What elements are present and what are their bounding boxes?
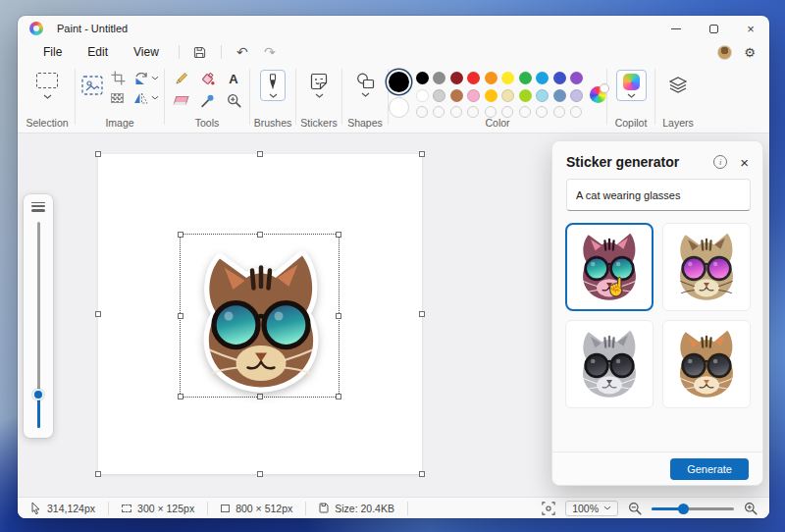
panel-close-icon[interactable]: × <box>740 155 749 170</box>
empty-color-slot[interactable] <box>433 106 445 118</box>
color-swatch[interactable] <box>416 72 429 84</box>
stickers-button[interactable] <box>304 70 334 100</box>
canvas-resize-handle[interactable] <box>419 311 425 317</box>
fill-tool-icon[interactable] <box>200 72 215 86</box>
empty-color-slot[interactable] <box>416 106 428 118</box>
color-swatch[interactable] <box>501 72 514 84</box>
zoom-in-button[interactable] <box>744 502 758 515</box>
color-swatch[interactable] <box>467 72 480 84</box>
selection-handle[interactable] <box>178 232 183 238</box>
sticker-thumbnail-4[interactable] <box>662 320 751 408</box>
pencil-tool-icon[interactable] <box>174 72 188 86</box>
color-swatch[interactable] <box>450 89 463 102</box>
shapes-button[interactable] <box>350 70 381 99</box>
selection-handle[interactable] <box>257 232 263 238</box>
resize-button[interactable] <box>111 93 124 103</box>
chevron-down-icon[interactable] <box>43 94 52 99</box>
text-tool-icon[interactable]: A <box>229 72 237 86</box>
prompt-input[interactable] <box>566 179 751 211</box>
sticker-thumbnail-3[interactable] <box>565 320 654 408</box>
rotate-button[interactable] <box>133 72 159 85</box>
paint-app-icon <box>29 22 43 35</box>
copilot-button[interactable] <box>616 70 647 101</box>
zoom-level-value: 100% <box>572 503 599 514</box>
undo-button[interactable]: ↶ <box>230 44 255 60</box>
color-swatch[interactable] <box>450 72 463 84</box>
minimize-icon <box>671 28 681 29</box>
canvas-resize-handle[interactable] <box>257 151 263 157</box>
sticker-selection[interactable] <box>180 234 340 398</box>
menu-file[interactable]: File <box>31 43 74 61</box>
maximize-button[interactable] <box>695 16 732 41</box>
canvas-resize-handle[interactable] <box>95 151 101 157</box>
selection-handle[interactable] <box>178 313 183 319</box>
empty-color-slot[interactable] <box>536 106 548 118</box>
drawing-canvas[interactable] <box>98 154 422 474</box>
zoom-out-button[interactable] <box>628 502 642 515</box>
ai-image-button[interactable] <box>81 76 103 99</box>
color-swatch[interactable] <box>467 89 480 102</box>
crop-icon[interactable] <box>111 71 126 85</box>
sticker-thumbnail-1[interactable]: ☝ <box>565 223 654 311</box>
magnifier-tool-icon[interactable] <box>227 93 241 108</box>
eraser-tool-icon[interactable] <box>173 96 188 105</box>
empty-color-slot[interactable] <box>467 106 479 118</box>
color-swatch[interactable] <box>536 89 549 102</box>
color-swatch[interactable] <box>416 89 429 102</box>
selection-handle[interactable] <box>336 394 341 399</box>
color-swatch[interactable] <box>570 72 583 84</box>
fit-to-screen-button[interactable] <box>542 502 555 515</box>
close-button[interactable]: × <box>732 16 769 41</box>
shapes-icon <box>356 73 375 89</box>
color-swatch[interactable] <box>570 89 583 102</box>
thickness-slider-panel <box>24 194 53 438</box>
color-swatch[interactable] <box>485 72 497 84</box>
empty-color-slot[interactable] <box>450 106 462 118</box>
thickness-slider-thumb[interactable] <box>32 389 44 400</box>
color-swatch[interactable] <box>501 89 514 102</box>
edit-colors-button[interactable] <box>590 86 606 103</box>
group-label: Image <box>105 117 133 129</box>
zoom-slider-thumb[interactable] <box>678 504 689 514</box>
canvas-resize-handle[interactable] <box>419 471 425 477</box>
minimize-button[interactable] <box>657 16 695 41</box>
color-swatch[interactable] <box>433 72 445 84</box>
flip-button[interactable] <box>133 91 159 104</box>
layers-icon[interactable] <box>668 77 688 93</box>
canvas-resize-handle[interactable] <box>257 471 263 477</box>
primary-color-swatch[interactable] <box>389 72 409 92</box>
color-swatch[interactable] <box>433 89 445 102</box>
empty-color-slot[interactable] <box>519 106 531 118</box>
selection-handle[interactable] <box>336 313 341 319</box>
color-swatch[interactable] <box>536 72 549 84</box>
color-swatch[interactable] <box>519 89 532 102</box>
empty-color-slot[interactable] <box>553 106 565 118</box>
settings-gear-icon[interactable]: ⚙ <box>744 46 756 59</box>
menu-edit[interactable]: Edit <box>76 43 120 61</box>
account-avatar[interactable] <box>717 45 732 60</box>
generate-button[interactable]: Generate <box>670 458 749 480</box>
color-swatch[interactable] <box>553 89 566 102</box>
zoom-level-select[interactable]: 100% <box>565 501 618 516</box>
info-icon[interactable]: i <box>713 155 727 169</box>
color-swatch[interactable] <box>553 72 566 84</box>
color-swatch[interactable] <box>485 89 497 102</box>
thickness-slider[interactable] <box>37 222 40 428</box>
selection-handle[interactable] <box>178 394 183 399</box>
empty-color-slot[interactable] <box>570 106 582 118</box>
canvas-resize-handle[interactable] <box>419 151 425 157</box>
brushes-button[interactable] <box>260 70 286 101</box>
color-picker-tool-icon[interactable] <box>200 93 215 108</box>
sticker-thumbnail-2[interactable] <box>662 223 751 311</box>
title-bar[interactable]: Paint - Untitled × <box>18 16 769 41</box>
zoom-slider[interactable] <box>652 504 734 513</box>
secondary-color-swatch[interactable] <box>389 97 409 118</box>
redo-button[interactable]: ↷ <box>257 44 283 60</box>
menu-view[interactable]: View <box>122 43 171 61</box>
selection-handle[interactable] <box>336 232 341 238</box>
canvas-resize-handle[interactable] <box>95 311 101 317</box>
color-swatch[interactable] <box>519 72 532 84</box>
canvas-resize-handle[interactable] <box>95 471 101 477</box>
selection-tool-group[interactable]: Selection <box>20 63 75 133</box>
save-button[interactable] <box>187 46 213 59</box>
